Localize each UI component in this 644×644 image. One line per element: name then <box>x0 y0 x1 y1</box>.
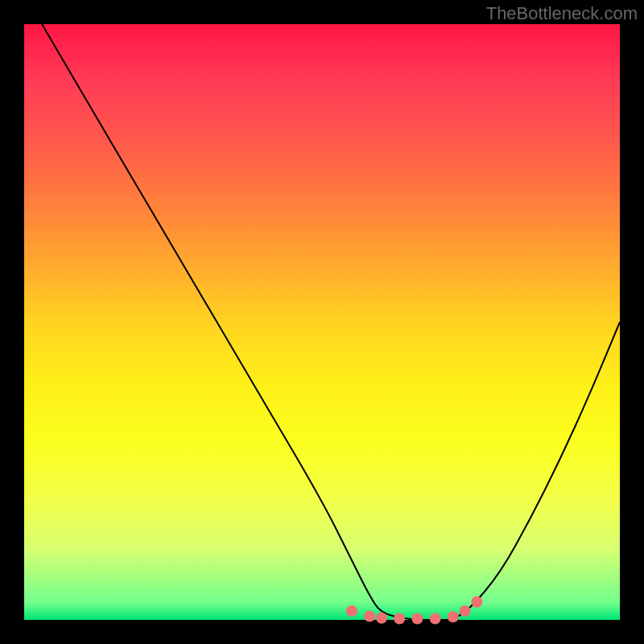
optimal-dot <box>448 611 459 622</box>
optimal-dot <box>430 613 441 625</box>
plot-area <box>24 24 620 620</box>
watermark-text: TheBottleneck.com <box>486 3 638 24</box>
optimal-dot <box>346 605 357 617</box>
bottleneck-curve-path <box>42 24 620 620</box>
optimal-dots-group <box>346 597 482 625</box>
optimal-dot <box>394 613 405 625</box>
curve-svg <box>24 24 620 620</box>
optimal-dot <box>471 597 482 608</box>
optimal-dot <box>376 613 387 624</box>
optimal-dot <box>460 605 471 617</box>
optimal-dot <box>411 613 423 625</box>
optimal-dot <box>364 611 375 622</box>
